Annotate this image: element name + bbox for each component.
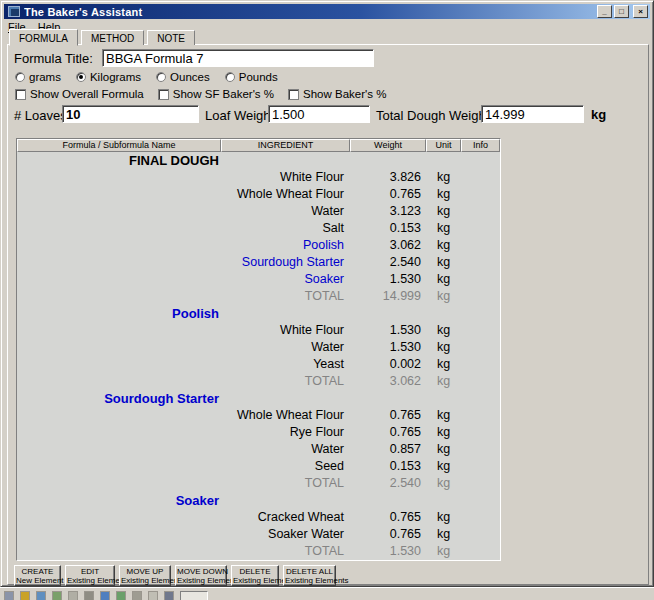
- table-row[interactable]: TOTAL14.999kg: [17, 288, 500, 305]
- table-row[interactable]: Water3.123kg: [17, 203, 500, 220]
- table-row[interactable]: Water1.530kg: [17, 339, 500, 356]
- ingredient-cell: Poolish: [221, 237, 350, 254]
- table-row[interactable]: Sourdough Starter2.540kg: [17, 254, 500, 271]
- checkbox-show-sf-baker-s[interactable]: Show SF Baker's %: [158, 88, 274, 100]
- table-row[interactable]: TOTAL3.062kg: [17, 373, 500, 390]
- table-row[interactable]: Cracked Wheat0.765kg: [17, 509, 500, 526]
- close-button[interactable]: ×: [633, 5, 648, 18]
- section-row[interactable]: Poolish: [17, 305, 500, 322]
- quick-launch-icon[interactable]: [100, 591, 110, 600]
- button-move-up[interactable]: MOVE UPExisting Element: [119, 565, 171, 586]
- cell: [17, 475, 221, 492]
- minimize-button[interactable]: _: [597, 5, 612, 18]
- table-row[interactable]: Whole Wheat Flour0.765kg: [17, 407, 500, 424]
- radio-grams[interactable]: grams: [15, 71, 61, 83]
- maximize-button[interactable]: □: [614, 5, 629, 18]
- taskbar-window-button[interactable]: [180, 591, 208, 600]
- section-label: Soaker: [176, 493, 219, 508]
- button-create[interactable]: CREATENew Element: [14, 565, 61, 586]
- quick-launch-icon[interactable]: [148, 591, 158, 600]
- loaves-input[interactable]: [62, 105, 199, 123]
- radio-kilograms[interactable]: Kilograms: [76, 71, 141, 83]
- checkbox-show-baker-s[interactable]: Show Baker's %: [288, 88, 386, 100]
- table-row[interactable]: White Flour1.530kg: [17, 322, 500, 339]
- quick-launch-icon[interactable]: [84, 591, 94, 600]
- tab-note[interactable]: NOTE: [147, 30, 195, 45]
- table-row[interactable]: Yeast0.002kg: [17, 356, 500, 373]
- total-dough-weight-input[interactable]: [481, 105, 584, 123]
- column-header-weight[interactable]: Weight: [350, 139, 426, 152]
- table-row[interactable]: Soaker Water0.765kg: [17, 526, 500, 543]
- quick-launch-icon[interactable]: [20, 591, 30, 600]
- cell: [461, 475, 500, 492]
- taskbar[interactable]: [0, 587, 654, 600]
- button-move-down[interactable]: MOVE DOWNExisting Element: [175, 565, 227, 586]
- column-header-unit[interactable]: Unit: [426, 139, 461, 152]
- unit-cell: kg: [426, 441, 461, 458]
- unit-radio-group: gramsKilogramsOuncesPounds: [15, 71, 278, 83]
- quick-launch-icon[interactable]: [4, 591, 14, 600]
- formula-title-input[interactable]: [102, 49, 374, 67]
- quick-launch-icon[interactable]: [164, 591, 174, 600]
- section-label: Sourdough Starter: [104, 391, 219, 406]
- table-row[interactable]: Salt0.153kg: [17, 220, 500, 237]
- checkbox-show-overall-formula[interactable]: Show Overall Formula: [15, 88, 144, 100]
- cell: [17, 220, 221, 237]
- quick-launch-icon[interactable]: [116, 591, 126, 600]
- quick-launch-icon[interactable]: [36, 591, 46, 600]
- column-header-ingredient[interactable]: INGREDIENT: [221, 139, 350, 152]
- weight-cell: 1.530: [350, 322, 426, 339]
- section-row[interactable]: FINAL DOUGH: [17, 152, 500, 169]
- weight-cell: 0.765: [350, 407, 426, 424]
- cell: [17, 288, 221, 305]
- radio-ounces[interactable]: Ounces: [156, 71, 210, 83]
- cell: [461, 305, 500, 322]
- cell: [461, 237, 500, 254]
- cell: [350, 492, 426, 509]
- section-row[interactable]: Sourdough Starter: [17, 390, 500, 407]
- cell: [17, 322, 221, 339]
- ingredient-cell: Yeast: [221, 356, 350, 373]
- unit-cell: kg: [426, 220, 461, 237]
- cell: [461, 509, 500, 526]
- table-row[interactable]: White Flour3.826kg: [17, 169, 500, 186]
- cell: [350, 390, 426, 407]
- title-bar[interactable]: The Baker's Assistant _ □ ×: [4, 4, 650, 19]
- button-delete-all[interactable]: DELETE ALLExisting Elements: [283, 565, 336, 586]
- table-row[interactable]: Poolish3.062kg: [17, 237, 500, 254]
- tab-method[interactable]: METHOD: [81, 30, 144, 45]
- cell: [17, 271, 221, 288]
- radio-circle-icon: [15, 72, 25, 82]
- table-row[interactable]: Whole Wheat Flour0.765kg: [17, 186, 500, 203]
- button-label-line2: Existing Element: [121, 576, 169, 585]
- loaves-label: # Loaves: [14, 108, 67, 123]
- loaf-weight-input[interactable]: [268, 105, 370, 123]
- column-header-info[interactable]: Info: [461, 139, 500, 152]
- radio-pounds[interactable]: Pounds: [225, 71, 278, 83]
- section-row[interactable]: Soaker: [17, 492, 500, 509]
- cell: [17, 203, 221, 220]
- quick-launch-icon[interactable]: [68, 591, 78, 600]
- quick-launch-icon[interactable]: [132, 591, 142, 600]
- table-row[interactable]: Seed0.153kg: [17, 458, 500, 475]
- button-edit[interactable]: EDITExisting Element: [65, 565, 115, 586]
- table-row[interactable]: TOTAL1.530kg: [17, 543, 500, 560]
- button-delete[interactable]: DELETEExisting Element: [231, 565, 279, 586]
- column-header-formula-subformula-name[interactable]: Formula / Subformula Name: [17, 139, 221, 152]
- cell: [17, 254, 221, 271]
- table-row[interactable]: Soaker1.530kg: [17, 271, 500, 288]
- table-row[interactable]: Rye Flour0.765kg: [17, 424, 500, 441]
- tab-formula[interactable]: FORMULA: [9, 29, 78, 46]
- cell: [17, 543, 221, 560]
- button-label-line2: Existing Element: [67, 576, 113, 585]
- checkbox-icon: [158, 89, 169, 100]
- cell: [221, 152, 350, 169]
- ingredient-cell: Soaker: [221, 271, 350, 288]
- unit-cell: kg: [426, 203, 461, 220]
- table-row[interactable]: Water0.857kg: [17, 441, 500, 458]
- table-row[interactable]: TOTAL2.540kg: [17, 475, 500, 492]
- ingredient-cell: Sourdough Starter: [221, 254, 350, 271]
- unit-cell: kg: [426, 424, 461, 441]
- button-label-line1: CREATE: [16, 567, 59, 576]
- quick-launch-icon[interactable]: [52, 591, 62, 600]
